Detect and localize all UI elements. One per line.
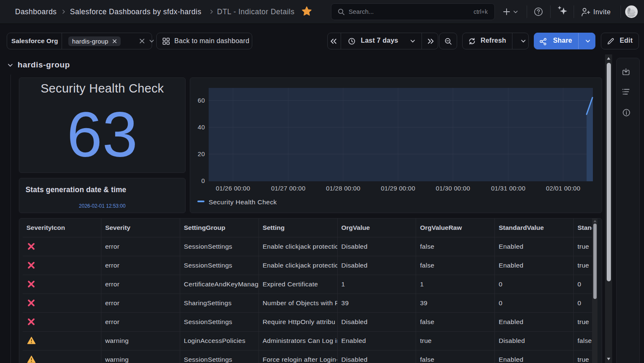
svg-text:0: 0 bbox=[201, 177, 205, 184]
svg-text:01/28 00:00: 01/28 00:00 bbox=[326, 185, 360, 192]
svg-text:01/30 00:00: 01/30 00:00 bbox=[436, 185, 470, 192]
svg-text:01/29 00:00: 01/29 00:00 bbox=[381, 185, 415, 192]
svg-text:60: 60 bbox=[198, 97, 205, 104]
svg-text:02/01 00:00: 02/01 00:00 bbox=[546, 185, 580, 192]
svg-text:Security Health Check: Security Health Check bbox=[209, 198, 277, 206]
svg-text:01/27 00:00: 01/27 00:00 bbox=[271, 185, 305, 192]
svg-text:20: 20 bbox=[198, 150, 205, 157]
svg-text:01/31 00:00: 01/31 00:00 bbox=[491, 185, 525, 192]
svg-text:01/26 00:00: 01/26 00:00 bbox=[216, 185, 250, 192]
svg-text:40: 40 bbox=[198, 124, 205, 131]
